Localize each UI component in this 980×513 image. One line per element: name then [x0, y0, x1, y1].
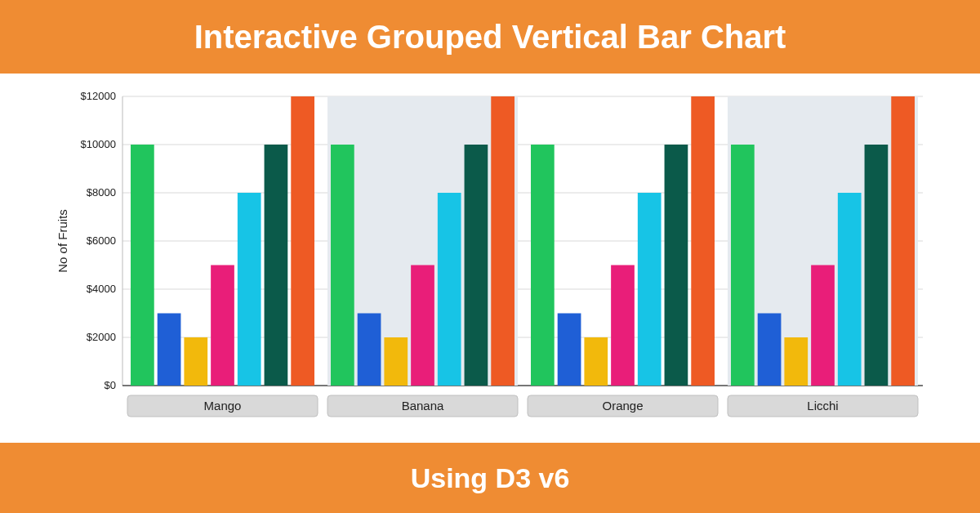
bar[interactable]	[731, 145, 755, 386]
y-axis-label: No of Fruits	[56, 209, 69, 273]
bar[interactable]	[131, 145, 154, 386]
page-subtitle: Using D3 v6	[411, 462, 570, 493]
bar[interactable]	[691, 96, 715, 386]
y-tick-label: $6000	[87, 234, 116, 247]
bar[interactable]	[265, 145, 288, 386]
bar[interactable]	[211, 265, 234, 386]
y-tick-label: $8000	[87, 186, 116, 199]
grouped-bar-chart[interactable]: No of Fruits$0$2000$4000$6000$8000$10000…	[49, 88, 931, 435]
category-label: Mango	[204, 399, 242, 413]
y-tick-label: $10000	[81, 138, 116, 150]
bar[interactable]	[784, 337, 808, 386]
category-label: Banana	[402, 399, 444, 413]
bar[interactable]	[384, 337, 408, 386]
bar[interactable]	[238, 193, 261, 386]
bar[interactable]	[638, 193, 662, 386]
bar[interactable]	[531, 145, 555, 386]
bar[interactable]	[358, 314, 381, 386]
bar[interactable]	[438, 193, 461, 386]
bar[interactable]	[331, 145, 354, 386]
title-banner: Interactive Grouped Vertical Bar Chart	[0, 0, 980, 74]
bar[interactable]	[291, 96, 314, 386]
bar[interactable]	[158, 314, 181, 386]
page-title: Interactive Grouped Vertical Bar Chart	[194, 19, 786, 55]
y-tick-label: $12000	[81, 90, 116, 102]
bar[interactable]	[584, 337, 608, 386]
bar[interactable]	[838, 193, 862, 386]
bar[interactable]	[411, 265, 434, 386]
y-tick-label: $2000	[87, 331, 116, 343]
subtitle-banner: Using D3 v6	[0, 443, 980, 513]
bar[interactable]	[665, 145, 688, 386]
bar[interactable]	[465, 145, 488, 386]
bar[interactable]	[491, 96, 514, 386]
bar[interactable]	[558, 314, 581, 386]
bar[interactable]	[891, 96, 915, 386]
bar[interactable]	[865, 145, 889, 386]
y-tick-label: $4000	[87, 283, 116, 295]
bar[interactable]	[811, 265, 835, 386]
bar[interactable]	[611, 265, 635, 386]
bar[interactable]	[184, 337, 207, 386]
bar[interactable]	[758, 314, 782, 386]
y-tick-label: $0	[105, 379, 116, 391]
category-label: Orange	[602, 399, 643, 413]
category-label: Licchi	[807, 399, 838, 413]
chart-container: No of Fruits$0$2000$4000$6000$8000$10000…	[0, 74, 980, 443]
